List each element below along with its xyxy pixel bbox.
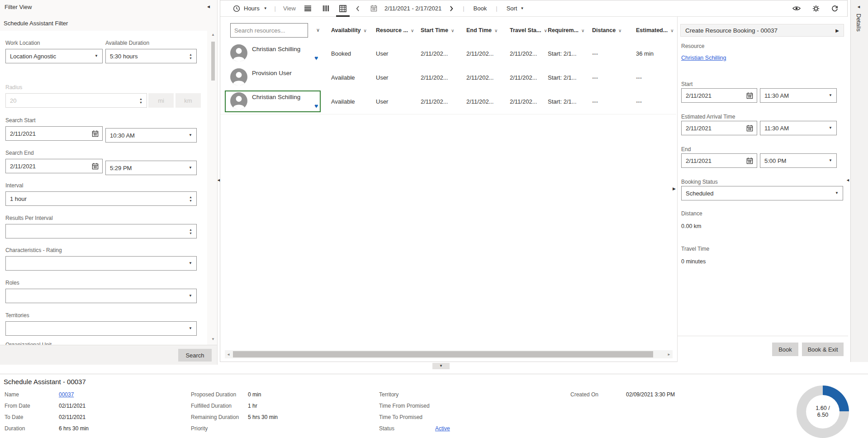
sort-button[interactable]: Sort: [507, 5, 517, 12]
scroll-right-icon[interactable]: ►: [665, 352, 673, 357]
work-location-select[interactable]: Location Agnostic ▼: [5, 49, 103, 63]
scroll-up-icon[interactable]: ▲: [211, 33, 215, 37]
toolbar-divider: |: [463, 5, 464, 12]
column-header-start-time[interactable]: Start Time∨: [421, 27, 454, 33]
scroll-left-icon[interactable]: ◄: [225, 352, 232, 357]
interval-stepper[interactable]: ▲▼: [189, 195, 192, 203]
column-header-estimated[interactable]: Estimated...∨: [636, 27, 674, 33]
distance-value: 0.00 km: [681, 223, 701, 229]
gear-icon[interactable]: [812, 5, 820, 12]
roles-select[interactable]: ▼: [5, 289, 197, 303]
booking-status-select[interactable]: Scheduled ▼: [681, 186, 843, 200]
territories-field: Territories ▼: [5, 312, 197, 336]
search-start-date-input[interactable]: 2/11/2021: [5, 126, 103, 141]
column-header-distance[interactable]: Distance∨: [592, 27, 621, 33]
scroll-down-icon[interactable]: ▼: [211, 337, 215, 341]
toolbar-divider: |: [496, 5, 497, 12]
search-button[interactable]: Search: [178, 349, 212, 362]
grid-view-icon-active[interactable]: [339, 5, 346, 12]
calendar-icon[interactable]: [746, 92, 753, 99]
hours-scale-button[interactable]: Hours: [244, 5, 260, 12]
bottom-splitter-handle[interactable]: ▼: [432, 363, 450, 369]
duration-stepper[interactable]: ▲▼: [189, 53, 192, 60]
details-label[interactable]: Details: [855, 14, 862, 32]
table-row[interactable]: Christian Schilling ♥ Booked User 2/11/2…: [220, 42, 676, 67]
search-start-field: Search Start 2/11/2021 10:30 AM ▼: [5, 117, 197, 141]
organizational-units-label: Organizational Unit: [5, 342, 197, 345]
available-duration-input[interactable]: 5:30 hours ▲▼: [105, 49, 197, 63]
scrollbar-thumb[interactable]: [211, 42, 215, 81]
cell-end-time: 2/11/202...: [466, 74, 493, 81]
expand-details-icon[interactable]: ◄: [857, 5, 861, 9]
interval-input[interactable]: 1 hour ▲▼: [5, 191, 197, 206]
resource-name[interactable]: Provision User: [252, 70, 292, 76]
end-date-input[interactable]: 2/11/2021: [681, 153, 757, 168]
search-end-date-input[interactable]: 2/11/2021: [5, 159, 103, 173]
search-start-time-select[interactable]: 10:30 AM ▼: [105, 128, 197, 143]
horizontal-scrollbar[interactable]: ◄ ►: [225, 350, 673, 358]
status-link[interactable]: Active: [435, 425, 450, 432]
column-header-requirement[interactable]: Requirem...∨: [548, 27, 584, 33]
chevron-down-icon: ∨: [364, 28, 367, 33]
column-header-resource[interactable]: Resource ...∨: [376, 27, 414, 33]
results-stepper[interactable]: ▲▼: [189, 228, 192, 235]
territories-select[interactable]: ▼: [5, 321, 197, 336]
scrollbar-thumb[interactable]: [233, 351, 653, 357]
start-date-input[interactable]: 2/11/2021: [681, 88, 757, 103]
book-button[interactable]: Book: [772, 343, 798, 356]
calendar-icon[interactable]: [746, 157, 753, 164]
field-label: Duration: [5, 425, 59, 432]
book-and-exit-button[interactable]: Book & Exit: [802, 343, 844, 356]
collapse-filter-panel-icon[interactable]: ◄: [206, 4, 211, 9]
column-header-end-time[interactable]: End Time∨: [466, 27, 498, 33]
estimated-arrival-time-select[interactable]: 11:30 AM ▼: [760, 121, 837, 135]
search-end-time-select[interactable]: 5:29 PM ▼: [105, 161, 197, 175]
details-splitter-icon[interactable]: ◄: [846, 178, 850, 182]
sort-dropdown-icon[interactable]: ▼: [520, 6, 524, 10]
search-options-chevron-icon[interactable]: ∨: [316, 27, 320, 33]
hours-dropdown-icon[interactable]: ▼: [264, 6, 267, 10]
start-time-select[interactable]: 11:30 AM ▼: [760, 88, 837, 103]
search-start-label: Search Start: [5, 117, 197, 124]
collapse-booking-panel-icon[interactable]: ▶: [835, 28, 839, 33]
calendar-icon[interactable]: [92, 130, 99, 137]
book-button[interactable]: Book: [474, 5, 487, 12]
results-per-interval-input[interactable]: ▲▼: [5, 224, 197, 238]
booking-splitter-icon[interactable]: ▶: [673, 186, 676, 191]
resource-name[interactable]: Christian Schilling: [252, 46, 300, 52]
column-header-travel-start[interactable]: Travel Sta...∨: [510, 27, 547, 33]
end-time-select[interactable]: 5:00 PM ▼: [760, 153, 837, 168]
resource-search-input[interactable]: [230, 23, 308, 38]
cell-end-time: 2/11/202...: [466, 98, 493, 105]
column-header-availability[interactable]: Availability∨: [331, 27, 367, 33]
calendar-icon[interactable]: [746, 125, 753, 132]
estimated-arrival-date-input[interactable]: 2/11/2021: [681, 121, 757, 135]
eye-icon[interactable]: [792, 6, 801, 11]
previous-date-range-icon[interactable]: [356, 5, 360, 12]
calendar-icon[interactable]: [370, 5, 377, 12]
chevron-down-icon: ∨: [544, 28, 547, 33]
cell-start-time: 2/11/202...: [421, 50, 448, 57]
characteristics-rating-select[interactable]: ▼: [5, 256, 197, 271]
table-row[interactable]: Provision User ♥ Available User 2/11/202…: [220, 66, 676, 90]
board-view-icon[interactable]: [323, 5, 329, 12]
chevron-down-icon: ▼: [189, 327, 192, 330]
search-end-label: Search End: [5, 150, 197, 157]
search-end-field: Search End 2/11/2021 5:29 PM ▼: [5, 150, 197, 173]
calendar-icon[interactable]: [92, 163, 99, 170]
booking-status-label: Booking Status: [681, 179, 718, 185]
filter-scrollbar[interactable]: ▲ ▼: [210, 33, 216, 343]
refresh-icon[interactable]: [831, 5, 838, 12]
resource-link[interactable]: Christian Schilling: [681, 55, 726, 61]
cell-availability: Booked: [331, 50, 351, 57]
name-link[interactable]: 00037: [59, 391, 74, 398]
scrollbar-track[interactable]: [232, 350, 665, 358]
filter-splitter-icon[interactable]: ◄: [217, 178, 221, 182]
date-range-label[interactable]: 2/11/2021 - 2/17/2021: [384, 5, 441, 12]
next-date-range-icon[interactable]: [450, 5, 454, 12]
cell-distance: ---: [592, 74, 598, 81]
list-view-icon[interactable]: [304, 5, 312, 11]
characteristics-rating-label: Characteristics - Rating: [5, 247, 197, 254]
chevron-down-icon: ▼: [189, 133, 192, 137]
chevron-down-icon: ∨: [494, 28, 498, 33]
